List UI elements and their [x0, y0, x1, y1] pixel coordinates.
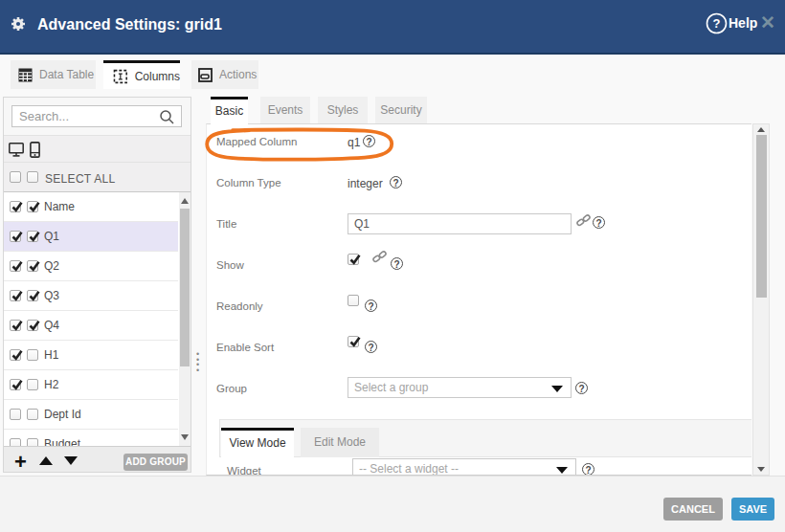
svg-text:?: ?: [713, 16, 721, 31]
